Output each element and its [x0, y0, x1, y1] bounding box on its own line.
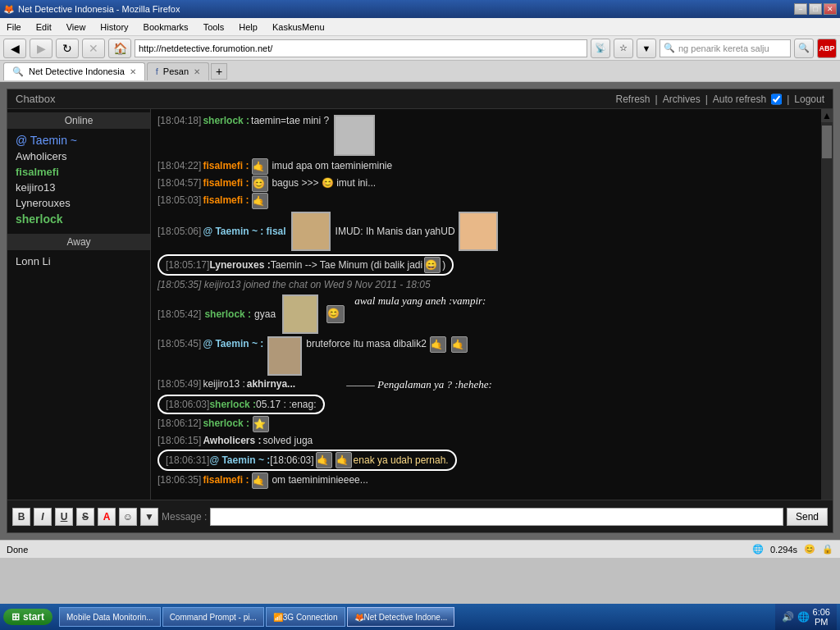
- message-label: Message :: [162, 511, 207, 523]
- msg-6: [18:05:17] Lynerouxes : Taemin --> Tae M…: [158, 253, 815, 276]
- away-section: Away: [7, 234, 150, 250]
- tab-close-pesan[interactable]: ✕: [194, 67, 200, 76]
- logout-link[interactable]: Logout: [794, 94, 824, 105]
- home-button[interactable]: 🏠: [108, 39, 131, 58]
- taskbar-item-3[interactable]: 📶 3G Connection: [266, 607, 345, 627]
- scroll-up[interactable]: ▲: [821, 109, 833, 122]
- archives-link[interactable]: Archives: [663, 94, 701, 105]
- reload-button[interactable]: ↻: [56, 39, 79, 58]
- menu-edit[interactable]: Edit: [33, 21, 55, 34]
- back-button[interactable]: ◀: [3, 39, 26, 58]
- firefox-icon: 🦊: [3, 4, 15, 15]
- divider2: |: [705, 94, 708, 105]
- emoji-3: 🤙: [252, 193, 268, 209]
- chatbox-header: Chatbox Refresh | Archives | Auto refres…: [7, 89, 833, 109]
- stop-button[interactable]: ✕: [82, 39, 105, 58]
- new-tab-button[interactable]: +: [211, 63, 227, 80]
- title-bar-buttons[interactable]: − □ ✕: [794, 3, 837, 15]
- taskbar-item-1[interactable]: Mobile Data Monitorin...: [59, 607, 161, 627]
- emoji-2: 😊: [252, 176, 268, 192]
- taskbar-item-2[interactable]: Command Prompt - pi...: [162, 607, 264, 627]
- format-bold[interactable]: B: [12, 508, 30, 526]
- menu-history[interactable]: History: [97, 21, 131, 34]
- divider1: |: [655, 94, 658, 105]
- msg-2: [18:04:22] fisalmefi : 🤙 imud apa om tae…: [158, 158, 815, 175]
- bookmark-star-button[interactable]: ☆: [614, 39, 633, 58]
- address-bar[interactable]: [135, 39, 587, 57]
- title-bar-left: 🦊 Net Detective Indonesia - Mozilla Fire…: [3, 4, 180, 15]
- chatbox-title: Chatbox: [16, 93, 55, 105]
- format-emoji[interactable]: ☺: [119, 508, 137, 526]
- chatbox-body: Online @ Taemin ~ Awholicers fisalmefi k…: [7, 109, 833, 500]
- tab-favicon: 🔍: [12, 66, 24, 77]
- sidebar-user-fisalmefi[interactable]: fisalmefi: [7, 164, 150, 180]
- taskbar-item-label-4: Net Detective Indone...: [364, 613, 448, 622]
- sidebar-user-keijiro[interactable]: keijiro13: [7, 180, 150, 195]
- search-icon: 🔍: [664, 43, 675, 53]
- taskbar-item-4[interactable]: 🦊 Net Detective Indone...: [347, 607, 455, 627]
- tab-label-netdetective: Net Detective Indonesia: [29, 66, 125, 76]
- status-icon-3: 🔒: [822, 544, 833, 555]
- menu-tools[interactable]: Tools: [200, 21, 228, 34]
- scroll-thumb[interactable]: [822, 126, 832, 158]
- search-button[interactable]: 🔍: [794, 39, 814, 58]
- status-right: 🌐 0.294s 😊 🔒: [752, 544, 833, 555]
- menu-file[interactable]: File: [3, 21, 25, 34]
- message-input[interactable]: [210, 508, 783, 526]
- tab-pesan[interactable]: f Pesan ✕: [147, 62, 209, 80]
- auto-refresh-checkbox[interactable]: [771, 94, 782, 105]
- taskbar-items: Mobile Data Monitorin... Command Prompt …: [52, 607, 775, 627]
- status-done: Done: [7, 545, 28, 555]
- windows-logo: ⊞: [11, 611, 20, 623]
- taskbar-icon-network: 🌐: [797, 611, 810, 623]
- emoji-11: 🤙: [252, 472, 268, 489]
- tab-label-pesan: Pesan: [163, 66, 189, 76]
- menu-kaskus[interactable]: KaskusMenu: [269, 21, 328, 34]
- format-strike[interactable]: S: [76, 508, 94, 526]
- tab-netdetective[interactable]: 🔍 Net Detective Indonesia ✕: [3, 62, 145, 80]
- status-bar: Done 🌐 0.294s 😊 🔒: [0, 540, 840, 558]
- chatbox: Chatbox Refresh | Archives | Auto refres…: [7, 89, 833, 533]
- bookmark-menu-button[interactable]: ▼: [637, 39, 656, 58]
- refresh-link[interactable]: Refresh: [616, 94, 651, 105]
- rss-button[interactable]: 📡: [591, 39, 610, 58]
- divider3: |: [787, 94, 789, 105]
- menu-bar: File Edit View History Bookmarks Tools H…: [0, 18, 840, 36]
- sidebar-user-sherlock[interactable]: sherlock: [7, 211, 150, 227]
- menu-help[interactable]: Help: [235, 21, 261, 34]
- menu-bookmarks[interactable]: Bookmarks: [140, 21, 192, 34]
- face-img-4: [282, 294, 318, 334]
- msg-10: [18:06:03] sherlock : 05.17 : :enag:: [158, 394, 815, 415]
- sidebar-user-lynerouxes[interactable]: Lynerouxes: [7, 195, 150, 211]
- emoji-7: 🤙: [451, 336, 468, 353]
- msg-5: [18:05:06] @ Taemin ~ : fisal IMUD: Ih M…: [158, 210, 815, 253]
- taskbar-item-label-3: 3G Connection: [283, 613, 338, 622]
- format-italic[interactable]: I: [34, 508, 52, 526]
- msg-8: [18:05:45] @ Taemin ~ : bruteforce itu m…: [158, 336, 815, 376]
- taskbar-item-icon-3: 📶: [273, 613, 283, 622]
- send-button[interactable]: Send: [787, 508, 828, 526]
- start-button[interactable]: ⊞ start: [3, 609, 52, 625]
- format-color[interactable]: A: [98, 508, 116, 526]
- menu-view[interactable]: View: [63, 21, 89, 34]
- msg-7: [18:05:42] sherlock : gyaa 😊 awal mula y…: [158, 293, 815, 336]
- sidebar-user-lonnli[interactable]: Lonn Li: [7, 253, 150, 269]
- msg-12: [18:06:15] Awholicers : solved juga: [158, 433, 815, 448]
- forward-button[interactable]: ▶: [30, 39, 52, 58]
- close-button[interactable]: ✕: [824, 3, 837, 15]
- restore-button[interactable]: □: [809, 3, 822, 15]
- msg-11: [18:06:12] sherlock : ⭐: [158, 416, 815, 432]
- adblock-button[interactable]: ABP: [817, 39, 837, 58]
- taskbar-right: 🔊 🌐 6:06PM: [775, 604, 837, 630]
- auto-refresh-link[interactable]: Auto refresh: [713, 94, 766, 105]
- format-dropdown[interactable]: ▼: [140, 508, 158, 526]
- format-underline[interactable]: U: [55, 508, 73, 526]
- tab-close-netdetective[interactable]: ✕: [130, 67, 136, 76]
- chat-input-bar: B I U S A ☺ ▼ Message : Send: [7, 500, 833, 532]
- chat-scrollbar[interactable]: ▲: [821, 109, 833, 500]
- chat-messages[interactable]: [18:04:18] sherlock : taemin=tae mini ? …: [151, 109, 821, 500]
- minimize-button[interactable]: −: [794, 3, 807, 15]
- status-icon-2: 😊: [804, 544, 815, 555]
- sidebar-user-taemin[interactable]: @ Taemin ~: [7, 132, 150, 148]
- sidebar-user-awholicers[interactable]: Awholicers: [7, 148, 150, 164]
